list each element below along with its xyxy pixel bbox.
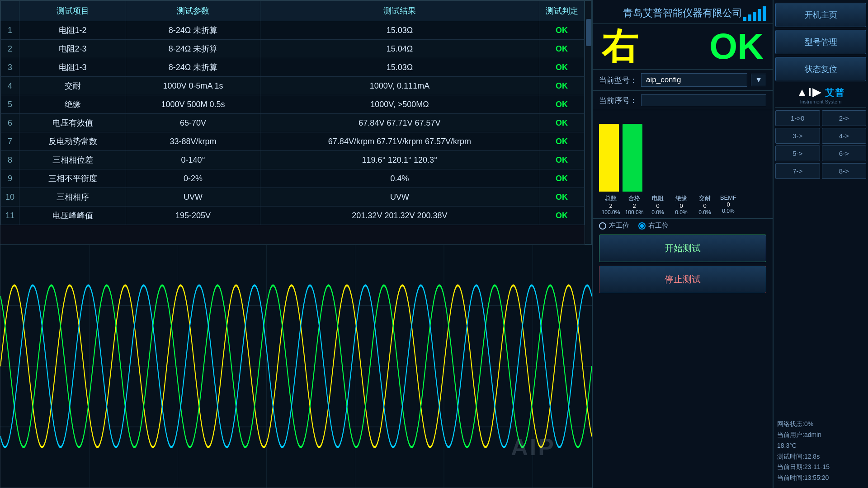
row-result: UVW bbox=[260, 188, 539, 206]
home-button[interactable]: 开机主页 bbox=[775, 3, 866, 27]
col-header-item: 测试项目 bbox=[19, 1, 126, 21]
table-row: 2 电阻2-3 8-24Ω 未折算 15.04Ω OK bbox=[1, 40, 585, 58]
shortcut-button[interactable]: 6-> bbox=[822, 145, 867, 161]
row-param: 1000V 500M 0.5s bbox=[126, 95, 260, 114]
col-header-result: 测试结果 bbox=[260, 1, 539, 21]
row-num: 5 bbox=[1, 95, 19, 114]
company-name: 青岛艾普智能仪器有限公司 bbox=[623, 7, 742, 19]
current-date: 当前日期:23-11-15 bbox=[777, 462, 864, 473]
test-time: 测试时间:12.8s bbox=[777, 451, 864, 462]
chart-bar-label: BEMF 0 0.0% bbox=[718, 194, 738, 216]
shortcut-button[interactable]: 8-> bbox=[822, 163, 867, 179]
row-status: OK bbox=[539, 58, 585, 77]
row-status: OK bbox=[539, 188, 585, 206]
table-row: 1 电阻1-2 8-24Ω 未折算 15.03Ω OK bbox=[1, 21, 585, 40]
row-param: 8-24Ω 未折算 bbox=[126, 58, 260, 77]
row-num: 7 bbox=[1, 132, 19, 151]
col-header-index bbox=[1, 1, 19, 21]
row-item: 三相不平衡度 bbox=[19, 169, 126, 188]
row-item: 交耐 bbox=[19, 77, 126, 95]
row-param: 0-140° bbox=[126, 151, 260, 169]
model-value: aip_config bbox=[641, 73, 747, 87]
chart-bar-label: 绝缘 0 0.0% bbox=[671, 194, 691, 216]
row-item: 电压峰峰值 bbox=[19, 206, 126, 225]
chart-bar bbox=[623, 124, 642, 192]
left-position-radio[interactable]: 左工位 bbox=[599, 221, 629, 230]
shortcut-grid: 1->02->3->4->5->6->7->8-> bbox=[775, 110, 866, 179]
shortcut-button[interactable]: 7-> bbox=[775, 163, 820, 179]
serial-input[interactable] bbox=[641, 94, 766, 106]
row-status: OK bbox=[539, 132, 585, 151]
model-dropdown-button[interactable]: ▼ bbox=[751, 74, 766, 86]
row-result: 67.84V/krpm 67.71V/krpm 67.57V/krpm bbox=[260, 132, 539, 151]
model-mgmt-button[interactable]: 型号管理 bbox=[775, 30, 866, 54]
right-position-radio[interactable]: 右工位 bbox=[638, 221, 669, 230]
row-item: 电压有效值 bbox=[19, 114, 126, 132]
row-num: 9 bbox=[1, 169, 19, 188]
statistics-chart: 总数 2 100.0% 合格 2 100.0% 电阻 0 0.0% 绝缘 0 0… bbox=[593, 110, 773, 219]
row-result: 119.6° 120.1° 120.3° bbox=[260, 151, 539, 169]
row-status: OK bbox=[539, 114, 585, 132]
row-param: 33-88V/krpm bbox=[126, 132, 260, 151]
row-param: 65-70V bbox=[126, 114, 260, 132]
table-scrollbar[interactable] bbox=[585, 0, 592, 244]
chart-bar-label: 合格 2 100.0% bbox=[624, 194, 644, 216]
row-result: 0.4% bbox=[260, 169, 539, 188]
table-row: 7 反电动势常数 33-88V/krpm 67.84V/krpm 67.71V/… bbox=[1, 132, 585, 151]
col-header-status: 测试判定 bbox=[539, 1, 585, 21]
test-table: 测试项目 测试参数 测试结果 测试判定 1 电阻1-2 8-24Ω 未折算 15… bbox=[0, 0, 585, 225]
table-row: 9 三相不平衡度 0-2% 0.4% OK bbox=[1, 169, 585, 188]
shortcut-button[interactable]: 5-> bbox=[775, 145, 820, 161]
row-param: 8-24Ω 未折算 bbox=[126, 40, 260, 58]
waveform-display: AIP bbox=[0, 244, 592, 488]
row-num: 8 bbox=[1, 151, 19, 169]
row-param: 195-205V bbox=[126, 206, 260, 225]
shortcut-button[interactable]: 3-> bbox=[775, 128, 820, 144]
left-radio-circle bbox=[599, 222, 606, 230]
table-row: 3 电阻1-3 8-24Ω 未折算 15.03Ω OK bbox=[1, 58, 585, 77]
signal-bars bbox=[743, 6, 766, 21]
table-row: 8 三相相位差 0-140° 119.6° 120.1° 120.3° OK bbox=[1, 151, 585, 169]
chart-bar-label: 总数 2 100.0% bbox=[601, 194, 621, 216]
row-status: OK bbox=[539, 206, 585, 225]
position-selector[interactable]: 左工位 右工位 bbox=[593, 219, 773, 233]
row-result: 15.04Ω bbox=[260, 40, 539, 58]
shortcut-button[interactable]: 4-> bbox=[822, 128, 867, 144]
current-time: 当前时间:13:55:20 bbox=[777, 473, 864, 483]
aip-watermark: AIP bbox=[511, 433, 556, 460]
status-reset-button[interactable]: 状态复位 bbox=[775, 57, 866, 81]
row-result: 15.03Ω bbox=[260, 21, 539, 40]
direction-label: 右 bbox=[602, 28, 638, 65]
row-status: OK bbox=[539, 169, 585, 188]
row-status: OK bbox=[539, 95, 585, 114]
row-item: 绝缘 bbox=[19, 95, 126, 114]
chart-bar-label: 电阻 0 0.0% bbox=[648, 194, 668, 216]
row-param: 0-2% bbox=[126, 169, 260, 188]
model-label: 当前型号： bbox=[599, 75, 637, 85]
status-section: 网络状态:0% 当前用户:admin 18.3°C 测试时间:12.8s 当前日… bbox=[775, 416, 866, 486]
row-num: 10 bbox=[1, 188, 19, 206]
aip-logo-text: ▲I▶ 艾普 bbox=[775, 86, 866, 99]
row-status: OK bbox=[539, 77, 585, 95]
row-item: 电阻2-3 bbox=[19, 40, 126, 58]
table-row: 5 绝缘 1000V 500M 0.5s 1000V, >500MΩ OK bbox=[1, 95, 585, 114]
row-num: 3 bbox=[1, 58, 19, 77]
left-position-label: 左工位 bbox=[609, 221, 629, 230]
table-row: 11 电压峰峰值 195-205V 201.32V 201.32V 200.38… bbox=[1, 206, 585, 225]
row-param: 8-24Ω 未折算 bbox=[126, 21, 260, 40]
row-item: 三相相位差 bbox=[19, 151, 126, 169]
table-row: 10 三相相序 UVW UVW OK bbox=[1, 188, 585, 206]
row-num: 6 bbox=[1, 114, 19, 132]
start-test-button[interactable]: 开始测试 bbox=[599, 235, 766, 262]
serial-label: 当前序号： bbox=[599, 95, 637, 106]
row-result: 15.03Ω bbox=[260, 58, 539, 77]
shortcut-button[interactable]: 2-> bbox=[822, 110, 867, 126]
company-header: 青岛艾普智能仪器有限公司 bbox=[593, 0, 773, 24]
row-result: 1000V, 0.111mA bbox=[260, 77, 539, 95]
shortcut-button[interactable]: 1->0 bbox=[775, 110, 820, 126]
table-row: 4 交耐 1000V 0-5mA 1s 1000V, 0.111mA OK bbox=[1, 77, 585, 95]
stop-test-button[interactable]: 停止测试 bbox=[599, 266, 766, 293]
row-param: 1000V 0-5mA 1s bbox=[126, 77, 260, 95]
row-item: 电阻1-3 bbox=[19, 58, 126, 77]
chart-bar-label: 交耐 0 0.0% bbox=[695, 194, 715, 216]
